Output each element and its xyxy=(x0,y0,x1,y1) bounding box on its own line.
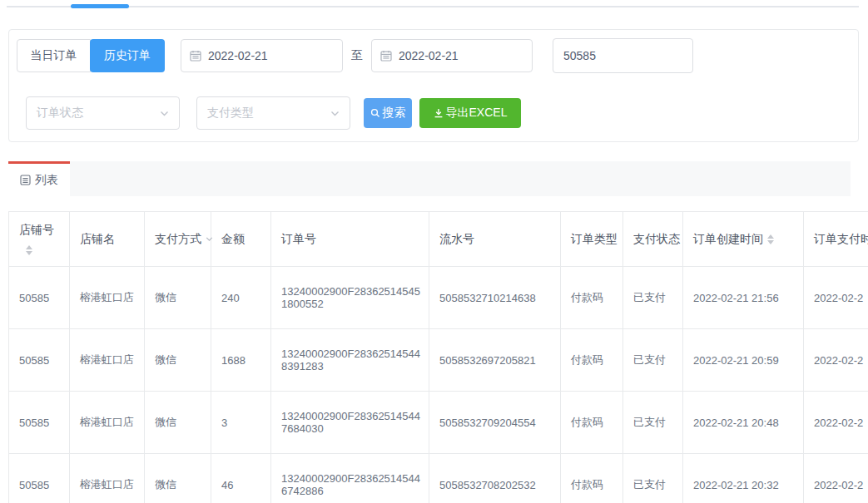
table-row: 50585 榕港虹口店 微信 240 13240002900F283625145… xyxy=(9,267,868,329)
cell-pay-method: 微信 xyxy=(145,454,211,503)
chevron-down-icon xyxy=(330,109,340,118)
cell-order-type: 付款码 xyxy=(561,267,623,329)
export-button-label: 导出EXCEL xyxy=(446,106,508,121)
cell-amount: 1688 xyxy=(211,329,271,392)
cell-paid-at: 2022-02-2 xyxy=(804,454,868,503)
start-date-picker[interactable]: 2022-02-21 xyxy=(181,39,343,72)
chevron-down-icon xyxy=(160,109,169,118)
cell-amount: 3 xyxy=(211,392,271,454)
cell-serial-no: 5058532697205821 xyxy=(429,329,561,392)
cell-amount: 46 xyxy=(211,454,271,503)
cell-serial-no: 5058532709204554 xyxy=(429,392,561,454)
column-header-order-type: 订单类型 xyxy=(561,212,623,267)
cell-store-name: 榕港虹口店 xyxy=(70,392,145,454)
orders-table-wrapper: 店铺号 店铺名 支付方式 xyxy=(8,211,868,503)
end-date-picker[interactable]: 2022-02-21 xyxy=(371,39,533,72)
column-header-store-no[interactable]: 店铺号 xyxy=(9,212,70,267)
cell-store-no: 50585 xyxy=(9,329,70,392)
order-scope-toggle: 当日订单 历史订单 xyxy=(17,39,165,72)
cell-paid-at: 2022-02-2 xyxy=(804,329,868,392)
cell-paid-at: 2022-02-2 xyxy=(804,392,868,454)
column-header-paid-at: 订单支付时间 xyxy=(804,212,868,267)
cell-pay-method: 微信 xyxy=(145,329,211,392)
cell-created-at: 2022-02-21 20:48 xyxy=(683,392,804,454)
cell-store-no: 50585 xyxy=(9,267,70,329)
cell-pay-status: 已支付 xyxy=(623,454,683,503)
cell-pay-status: 已支付 xyxy=(623,329,683,392)
cell-store-no: 50585 xyxy=(9,392,70,454)
cell-created-at: 2022-02-21 21:56 xyxy=(683,267,804,329)
search-button-label: 搜索 xyxy=(383,106,406,121)
list-icon xyxy=(20,175,31,185)
column-header-store-name: 店铺名 xyxy=(70,212,145,267)
cell-store-name: 榕港虹口店 xyxy=(70,267,145,329)
cell-created-at: 2022-02-21 20:59 xyxy=(683,329,804,392)
cell-order-no: 13240002900F283625145447684030 xyxy=(271,392,429,454)
table-row: 50585 榕港虹口店 微信 46 13240002900F2836251454… xyxy=(9,454,868,503)
cell-store-name: 榕港虹口店 xyxy=(70,329,145,392)
column-header-amount: 金额 xyxy=(211,212,271,267)
filter-panel: 当日订单 历史订单 2022-02-21 至 xyxy=(8,29,859,142)
cell-pay-status: 已支付 xyxy=(623,267,683,329)
cell-order-no: 13240002900F283625145448391283 xyxy=(271,329,429,392)
column-header-pay-method[interactable]: 支付方式 xyxy=(145,212,211,267)
start-date-value: 2022-02-21 xyxy=(208,49,268,62)
calendar-icon xyxy=(380,50,392,62)
calendar-icon xyxy=(190,50,201,62)
cell-order-no: 13240002900F283625145446742886 xyxy=(271,454,429,503)
cell-order-type: 付款码 xyxy=(561,329,623,392)
column-header-pay-status: 支付状态 xyxy=(623,212,683,267)
cell-amount: 240 xyxy=(211,267,271,329)
column-header-order-no: 订单号 xyxy=(271,212,429,267)
orders-table: 店铺号 店铺名 支付方式 xyxy=(8,211,868,503)
cell-store-no: 50585 xyxy=(9,454,70,503)
cell-pay-method: 微信 xyxy=(145,392,211,454)
table-row: 50585 榕港虹口店 微信 3 13240002900F28362514544… xyxy=(9,392,868,454)
cell-pay-method: 微信 xyxy=(145,267,211,329)
date-range-separator: 至 xyxy=(351,48,363,63)
cell-order-type: 付款码 xyxy=(561,454,623,503)
order-status-placeholder: 订单状态 xyxy=(37,106,83,121)
search-button[interactable]: 搜索 xyxy=(364,98,412,128)
order-status-select[interactable]: 订单状态 xyxy=(26,96,180,130)
history-orders-button[interactable]: 历史订单 xyxy=(90,39,165,72)
table-header-row: 店铺号 店铺名 支付方式 xyxy=(9,212,868,267)
tab-bar-empty-area xyxy=(70,161,851,196)
sort-carets-icon[interactable] xyxy=(26,245,32,255)
tab-list-label: 列表 xyxy=(35,173,58,188)
cell-serial-no: 5058532710214638 xyxy=(429,267,561,329)
active-nav-tab-indicator[interactable] xyxy=(71,4,129,8)
export-excel-button[interactable]: 导出EXCEL xyxy=(419,98,521,128)
table-body: 50585 榕港虹口店 微信 240 13240002900F283625145… xyxy=(9,267,868,503)
tab-list[interactable]: 列表 xyxy=(8,161,70,196)
cell-paid-at: 2022-02-2 xyxy=(804,267,868,329)
pay-type-placeholder: 支付类型 xyxy=(207,106,254,121)
today-orders-button[interactable]: 当日订单 xyxy=(17,39,91,72)
table-row: 50585 榕港虹口店 微信 1688 13240002900F28362514… xyxy=(9,329,868,392)
chevron-down-icon[interactable] xyxy=(206,235,213,243)
pay-type-select[interactable]: 支付类型 xyxy=(196,96,350,130)
nav-underline-track xyxy=(7,6,859,7)
cell-serial-no: 5058532708202532 xyxy=(429,454,561,503)
cell-pay-status: 已支付 xyxy=(623,392,683,454)
cell-order-no: 13240002900F283625145451800552 xyxy=(271,267,429,329)
download-icon xyxy=(434,108,444,118)
cell-order-type: 付款码 xyxy=(561,392,623,454)
cell-store-name: 榕港虹口店 xyxy=(70,454,145,503)
sort-carets-icon[interactable] xyxy=(767,234,774,244)
end-date-value: 2022-02-21 xyxy=(399,49,459,62)
result-tab-bar: 列表 xyxy=(8,161,851,196)
column-header-serial-no: 流水号 xyxy=(429,212,561,267)
column-header-created-at[interactable]: 订单创建时间 xyxy=(683,212,804,267)
cell-created-at: 2022-02-21 20:32 xyxy=(683,454,804,503)
search-icon xyxy=(370,108,380,118)
store-number-input[interactable] xyxy=(553,38,693,73)
